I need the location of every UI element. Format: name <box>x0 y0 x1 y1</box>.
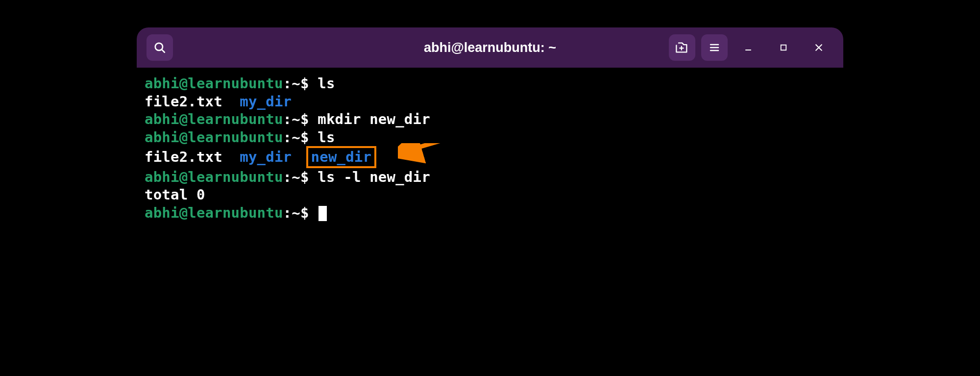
terminal-line: abhi@learnubuntu:~$ ls -l new_dir <box>145 168 835 186</box>
dir-name-highlighted: new_dir <box>311 149 372 165</box>
svg-rect-8 <box>781 45 786 50</box>
prompt-path: ~ <box>292 169 300 185</box>
terminal-line: abhi@learnubuntu:~$ ls <box>145 128 835 147</box>
prompt-path: ~ <box>292 204 300 221</box>
prompt-user: abhi@learnubuntu <box>145 169 283 185</box>
prompt-path: ~ <box>292 75 300 92</box>
prompt-user: abhi@learnubuntu <box>145 111 283 127</box>
dir-name: my_dir <box>240 93 292 110</box>
minimize-icon <box>743 43 753 52</box>
file-name: file2.txt <box>145 149 222 165</box>
highlight-box: new_dir <box>306 146 377 168</box>
menu-icon <box>709 42 720 53</box>
svg-line-1 <box>162 50 165 52</box>
cursor <box>318 206 327 221</box>
titlebar-right-group <box>669 34 833 61</box>
close-icon <box>814 43 824 52</box>
prompt-colon: : <box>283 75 292 92</box>
close-button[interactable] <box>804 34 833 61</box>
search-button[interactable] <box>147 34 173 61</box>
terminal-line: file2.txt my_dir <box>145 93 835 111</box>
terminal-body[interactable]: abhi@learnubuntu:~$ ls file2.txt my_dir … <box>137 68 843 261</box>
file-name: file2.txt <box>145 93 222 110</box>
prompt-user: abhi@learnubuntu <box>145 129 283 146</box>
new-tab-icon <box>675 41 689 54</box>
minimize-button[interactable] <box>734 34 763 61</box>
output-text: total 0 <box>145 186 205 203</box>
prompt-path: ~ <box>292 111 300 127</box>
prompt-dollar: $ <box>300 75 309 92</box>
titlebar: abhi@learnubuntu: ~ <box>137 27 843 68</box>
command-text: ls <box>318 75 335 92</box>
window-title: abhi@learnubuntu: ~ <box>424 40 556 55</box>
maximize-button[interactable] <box>769 34 798 61</box>
prompt-path: ~ <box>292 129 300 146</box>
maximize-icon <box>779 43 788 52</box>
prompt-user: abhi@learnubuntu <box>145 75 283 92</box>
terminal-line: total 0 <box>145 186 835 204</box>
search-icon <box>153 41 166 54</box>
menu-button[interactable] <box>701 34 728 61</box>
screenshot-container: abhi@learnubuntu: ~ <box>0 0 980 376</box>
terminal-line: file2.txt my_dir new_dir <box>145 146 835 168</box>
terminal-line: abhi@learnubuntu:~$ <box>145 204 835 222</box>
terminal-window: abhi@learnubuntu: ~ <box>137 27 843 261</box>
command-text: ls <box>318 129 335 146</box>
command-text: mkdir new_dir <box>318 111 430 127</box>
command-text: ls -l new_dir <box>318 169 430 185</box>
prompt-user: abhi@learnubuntu <box>145 204 283 221</box>
dir-name: my_dir <box>240 149 292 165</box>
new-tab-button[interactable] <box>669 34 695 61</box>
terminal-line: abhi@learnubuntu:~$ mkdir new_dir <box>145 110 835 128</box>
terminal-line: abhi@learnubuntu:~$ ls <box>145 75 835 93</box>
titlebar-left-group <box>147 34 173 61</box>
